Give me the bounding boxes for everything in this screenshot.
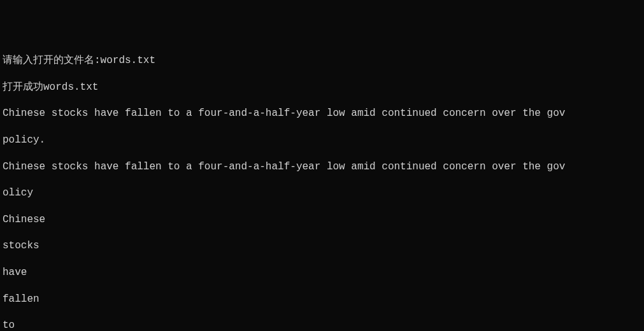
console-line-open-success: 打开成功words.txt xyxy=(3,81,641,94)
console-line-sentence2: Chinese stocks have fallen to a four-and… xyxy=(3,160,641,174)
console-line-sentence2-cont: olicy xyxy=(3,187,641,200)
console-line-word: to xyxy=(3,319,641,331)
console-line-word: stocks xyxy=(3,239,641,253)
console-line-word: Chinese xyxy=(3,213,641,227)
console-line-sentence1-cont: policy. xyxy=(3,134,641,147)
console-line-prompt: 请输入打开的文件名:words.txt xyxy=(3,54,641,67)
console-line-word: have xyxy=(3,266,641,279)
console-line-word: fallen xyxy=(3,293,641,306)
console-line-sentence1: Chinese stocks have fallen to a four-and… xyxy=(3,107,641,120)
